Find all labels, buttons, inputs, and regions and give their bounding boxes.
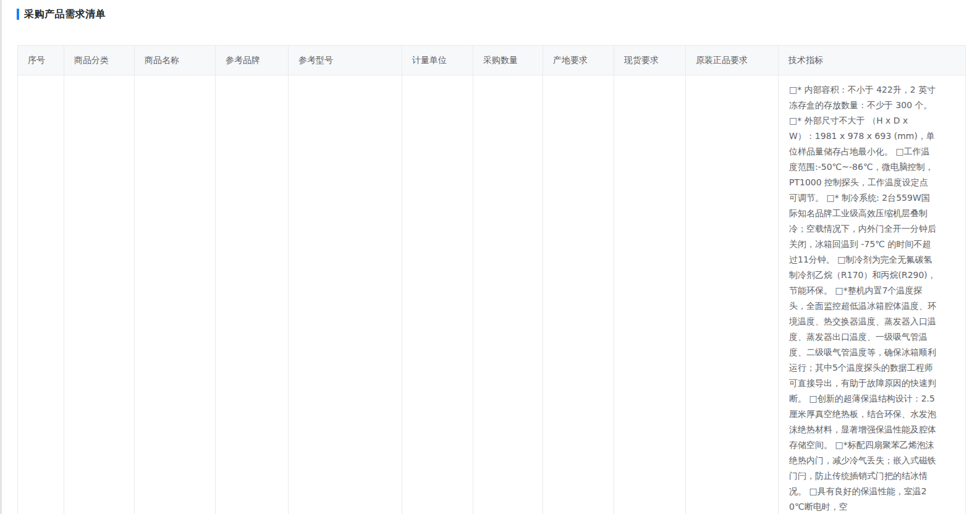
cell-model (289, 75, 402, 514)
table-row: □* 内部容积：不小于 422升，2 英寸冻存盒的存放数量：不少于 300 个。… (18, 75, 966, 514)
table-header-row: 序号 商品分类 商品名称 参考品牌 参考型号 计量单位 采购数量 产地要求 现货… (18, 46, 966, 75)
procurement-requirements-page: 采购产品需求清单 序号 商品分类 商品名称 (0, 0, 980, 514)
left-edge-divider (0, 0, 2, 514)
cell-quantity (473, 75, 543, 514)
column-header-model: 参考型号 (289, 46, 402, 75)
column-header-stock: 现货要求 (614, 46, 686, 75)
column-header-unit: 计量单位 (402, 46, 473, 75)
column-header-origin: 产地要求 (543, 46, 614, 75)
cell-genuine (686, 75, 779, 514)
tech-spec-text: □* 内部容积：不小于 422升，2 英寸冻存盒的存放数量：不少于 300 个。… (779, 75, 965, 514)
cell-origin (543, 75, 614, 514)
column-header-brand: 参考品牌 (216, 46, 289, 75)
cell-index (18, 75, 64, 514)
column-header-quantity: 采购数量 (473, 46, 543, 75)
cell-unit (402, 75, 473, 514)
column-header-index: 序号 (18, 46, 64, 75)
cell-tech-spec: □* 内部容积：不小于 422升，2 英寸冻存盒的存放数量：不少于 300 个。… (779, 75, 966, 514)
column-header-tech-spec: 技术指标 (779, 46, 966, 75)
column-header-genuine: 原装正品要求 (686, 46, 779, 75)
column-header-category: 商品分类 (64, 46, 135, 75)
page-title: 采购产品需求清单 (24, 7, 106, 21)
cell-name (135, 75, 216, 514)
cell-stock (614, 75, 686, 514)
cell-brand (216, 75, 289, 514)
column-header-name: 商品名称 (135, 46, 216, 75)
title-accent-bar (17, 9, 19, 20)
procurement-requirements-table: 序号 商品分类 商品名称 参考品牌 参考型号 计量单位 采购数量 产地要求 现货… (17, 45, 966, 514)
page-title-row: 采购产品需求清单 (17, 7, 106, 21)
requirements-table-container: 序号 商品分类 商品名称 参考品牌 参考型号 计量单位 采购数量 产地要求 现货… (17, 45, 965, 514)
cell-category (64, 75, 135, 514)
